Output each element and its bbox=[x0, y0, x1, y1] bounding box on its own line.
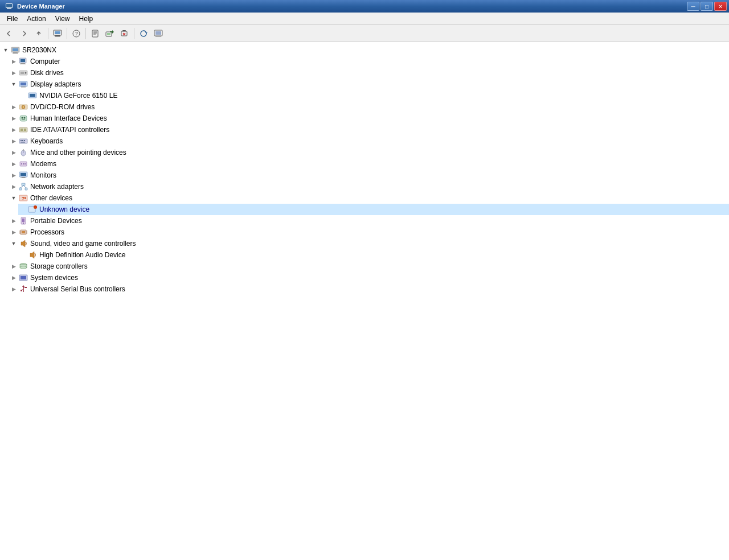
tree-row-unknown-device[interactable]: ! Unknown device bbox=[18, 204, 729, 215]
toolbar-up[interactable] bbox=[32, 27, 46, 40]
expander-other-devices[interactable]: ▼ bbox=[9, 193, 18, 203]
close-button[interactable]: ✕ bbox=[714, 2, 727, 11]
svg-rect-49 bbox=[19, 139, 27, 143]
toolbar-device-manager[interactable] bbox=[151, 27, 165, 40]
tree-row-keyboards[interactable]: ▶ Keyboards bbox=[9, 135, 729, 147]
expander-system[interactable]: ▶ bbox=[9, 273, 18, 283]
expander-root[interactable]: ▼ bbox=[1, 45, 10, 55]
svg-rect-78 bbox=[22, 219, 24, 222]
toolbar-properties[interactable] bbox=[88, 27, 102, 40]
svg-rect-18 bbox=[122, 30, 126, 31]
tree-item-ide: ▶ IDE ATA/ATAPI controllers bbox=[9, 124, 729, 135]
tree-item-hd-audio: High Definition Audio Device bbox=[18, 249, 729, 261]
icon-hd-audio bbox=[27, 250, 38, 260]
tree-row-hid[interactable]: ▶ Human Interface Devices bbox=[9, 113, 729, 124]
expander-unknown-device bbox=[18, 204, 27, 215]
toolbar-help[interactable]: ? bbox=[69, 27, 83, 40]
app-icon bbox=[5, 2, 14, 11]
svg-rect-42 bbox=[20, 116, 27, 121]
svg-rect-5 bbox=[55, 35, 60, 36]
expander-display-adapters[interactable]: ▼ bbox=[9, 79, 18, 89]
tree-row-monitors[interactable]: ▶ Monitors bbox=[9, 170, 729, 181]
svg-point-33 bbox=[25, 72, 27, 74]
toolbar-back[interactable] bbox=[2, 27, 16, 40]
tree-row-processors[interactable]: ▶ bbox=[9, 227, 729, 238]
expander-ide[interactable]: ▶ bbox=[9, 125, 18, 135]
expander-mice[interactable]: ▶ bbox=[9, 147, 18, 158]
expander-keyboards[interactable]: ▶ bbox=[9, 136, 18, 146]
tree-item-root: ▼ SR2030NX ▶ bbox=[0, 44, 729, 295]
tree-row-system[interactable]: ▶ System devices bbox=[9, 272, 729, 283]
expander-network[interactable]: ▶ bbox=[9, 182, 18, 192]
expander-portable[interactable]: ▶ bbox=[9, 216, 18, 226]
tree-row-mice[interactable]: ▶ Mice and other pointing devices bbox=[9, 147, 729, 158]
tree-item-sound: ▼ Sound, video and game controllers bbox=[9, 238, 729, 261]
menu-view[interactable]: View bbox=[51, 14, 75, 24]
device-tree-panel: ▼ SR2030NX ▶ bbox=[0, 42, 729, 560]
icon-storage bbox=[18, 262, 28, 271]
tree-row-usb[interactable]: ▶ Universal Serial Bus control bbox=[9, 283, 729, 295]
tree-row-ide[interactable]: ▶ IDE ATA/ATAPI controllers bbox=[9, 124, 729, 135]
toolbar-uninstall[interactable] bbox=[118, 27, 132, 40]
svg-rect-26 bbox=[13, 53, 18, 54]
expander-usb[interactable]: ▶ bbox=[9, 284, 18, 294]
icon-network bbox=[18, 182, 28, 191]
tree-row-other-devices[interactable]: ▼ ? ! Other devices bbox=[9, 192, 729, 204]
menu-bar: File Action View Help bbox=[0, 13, 729, 25]
window-title: Device Manager bbox=[17, 3, 65, 10]
expander-processors[interactable]: ▶ bbox=[9, 227, 18, 237]
tree-row-hd-audio[interactable]: High Definition Audio Device bbox=[18, 249, 729, 261]
expander-hid[interactable]: ▶ bbox=[9, 113, 18, 123]
toolbar-computer[interactable] bbox=[51, 27, 64, 40]
svg-point-60 bbox=[24, 163, 26, 164]
icon-unknown-device: ! bbox=[27, 205, 38, 214]
tree-item-monitors: ▶ Monitors bbox=[9, 170, 729, 181]
toolbar-forward[interactable] bbox=[17, 27, 31, 40]
expander-sound[interactable]: ▼ bbox=[9, 238, 18, 249]
menu-action[interactable]: Action bbox=[22, 14, 50, 24]
svg-point-58 bbox=[21, 163, 22, 164]
expander-computer[interactable]: ▶ bbox=[9, 56, 18, 67]
expander-disk-drives[interactable]: ▶ bbox=[9, 68, 18, 78]
label-monitors: Monitors bbox=[30, 170, 56, 180]
svg-line-69 bbox=[23, 186, 26, 188]
expander-modems[interactable]: ▶ bbox=[9, 159, 18, 169]
restore-button[interactable]: □ bbox=[701, 2, 713, 11]
tree-row-storage[interactable]: ▶ Storage controllers bbox=[9, 261, 729, 272]
tree-row-portable[interactable]: ▶ Portable Devices bbox=[9, 215, 729, 227]
tree-item-other-devices: ▼ ? ! Other devices bbox=[9, 192, 729, 215]
svg-point-79 bbox=[23, 223, 24, 224]
tree-row-network[interactable]: ▶ Network adapters bbox=[9, 181, 729, 192]
svg-point-92 bbox=[20, 266, 27, 269]
menu-help[interactable]: Help bbox=[75, 14, 98, 24]
tree-row-disk-drives[interactable]: ▶ Disk drives bbox=[9, 67, 729, 79]
label-disk-drives: Disk drives bbox=[30, 68, 64, 78]
svg-rect-30 bbox=[20, 64, 26, 64]
svg-rect-9 bbox=[92, 30, 98, 37]
expander-monitors[interactable]: ▶ bbox=[9, 170, 18, 180]
svg-point-41 bbox=[23, 106, 24, 108]
expander-storage[interactable]: ▶ bbox=[9, 261, 18, 271]
toolbar-scan-hardware[interactable] bbox=[137, 27, 150, 40]
tree-item-unknown-device: ! Unknown device bbox=[18, 204, 729, 215]
tree-row-computer[interactable]: ▶ Computer bbox=[9, 56, 729, 67]
svg-rect-29 bbox=[21, 63, 25, 64]
menu-file[interactable]: File bbox=[2, 14, 22, 24]
svg-rect-14 bbox=[107, 33, 110, 35]
expander-dvd[interactable]: ▶ bbox=[9, 102, 18, 112]
label-processors: Processors bbox=[30, 227, 64, 237]
tree-row-dvd[interactable]: ▶ DVD/CD-ROM drives bbox=[9, 101, 729, 113]
tree-row-sound[interactable]: ▼ Sound, video and game controllers bbox=[9, 238, 729, 249]
tree-row-modems[interactable]: ▶ Modems bbox=[9, 158, 729, 170]
icon-sound bbox=[18, 239, 28, 248]
icon-system bbox=[18, 273, 28, 282]
tree-row-display-adapters[interactable]: ▼ Display adapters bbox=[9, 79, 729, 90]
svg-rect-66 bbox=[19, 188, 22, 190]
tree-item-mice: ▶ Mice and other pointing devices bbox=[9, 147, 729, 158]
minimize-button[interactable]: ─ bbox=[687, 2, 699, 11]
tree-row-nvidia[interactable]: NVIDIA GeForce 6150 LE bbox=[18, 90, 729, 101]
tree-row-root[interactable]: ▼ SR2030NX bbox=[0, 44, 729, 56]
label-other-devices: Other devices bbox=[30, 193, 72, 203]
toolbar-update-driver[interactable] bbox=[103, 27, 117, 40]
svg-point-44 bbox=[24, 117, 26, 119]
